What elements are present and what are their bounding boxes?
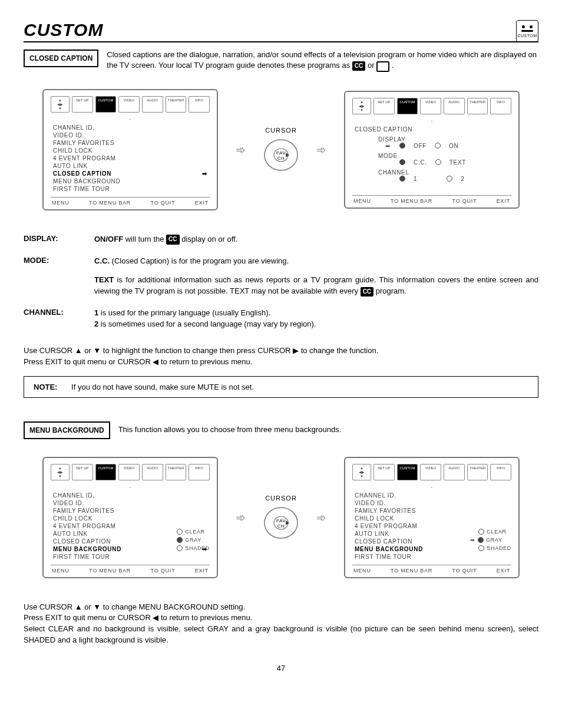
opt-gray: GRAY xyxy=(185,537,201,543)
nav-arrows-icon: ▲◀▶▼ xyxy=(51,464,70,480)
arrow-right-icon: ➡ xyxy=(385,143,391,149)
tv-icon xyxy=(376,61,389,72)
tab-video: VIDEO xyxy=(118,96,140,113)
cc-title: CLOSED CAPTION xyxy=(355,126,509,133)
note-box: NOTE: If you do not have sound, make sur… xyxy=(24,376,538,398)
tab-theater: THEATER xyxy=(166,464,187,480)
radio-icon xyxy=(478,537,484,543)
menu-item: VIDEO ID. xyxy=(53,132,207,139)
def-display-b: display on or off. xyxy=(180,235,238,243)
cc-icon: CC xyxy=(361,287,373,297)
cursor-label: CURSOR xyxy=(265,495,297,502)
cursor-pad: CURSOR FAV CH xyxy=(263,495,299,541)
intro-end: . xyxy=(392,61,394,70)
arrow-right-icon: ➡ xyxy=(470,537,475,543)
radio-icon xyxy=(435,159,441,165)
note-label: NOTE: xyxy=(34,383,57,391)
tv-screen-menubg-right: ▲◀▶▼ SET UP CUSTOM VIDEO AUDIO THEATER I… xyxy=(344,457,520,578)
tab-setup: SET UP xyxy=(72,96,93,113)
cc-icon: CC xyxy=(352,61,365,71)
menu-item: CHANNEL ID. xyxy=(53,124,207,131)
cc-channel-label: CHANNEL xyxy=(378,169,485,176)
def-display-label: DISPLAY: xyxy=(24,234,77,245)
radio-icon xyxy=(399,143,405,149)
menu-item: VIDEO ID. xyxy=(355,500,509,506)
custom-icon: CUSTOM xyxy=(516,20,538,42)
note-text: If you do not have sound, make sure MUTE… xyxy=(71,383,254,391)
section-closed-caption-heading: CLOSED CAPTION xyxy=(24,50,98,67)
def-channel-body: 1 is used for the primary language (usua… xyxy=(94,308,538,330)
footer-quit: TO QUIT xyxy=(452,198,477,204)
footer-menu: MENU xyxy=(52,568,70,574)
tv-screen-menubg-left: ▲◀▶▼ SET UP CUSTOM VIDEO AUDIO THEATER I… xyxy=(42,457,218,578)
cc-display-label: DISPLAY xyxy=(378,136,485,143)
def-mode-cc-lead: C.C. xyxy=(94,256,110,265)
radio-icon xyxy=(447,176,452,182)
footer-menu: MENU xyxy=(353,198,371,204)
menu-item: 4 EVENT PROGRAM xyxy=(53,155,207,162)
footer-menu: MENU xyxy=(353,568,371,574)
cc-mode-label: MODE xyxy=(378,153,485,159)
menu-item: CHANNEL ID. xyxy=(53,492,207,499)
footer-quit: TO QUIT xyxy=(151,200,176,206)
radio-icon xyxy=(399,176,405,182)
tab-setup: SET UP xyxy=(373,464,395,480)
cursor-pad: CURSOR FAV CH xyxy=(263,127,299,173)
tab-setup: SET UP xyxy=(72,464,93,480)
section-menu-background-heading: MENU BACKGROUND xyxy=(24,421,110,439)
tab-custom: CUSTOM xyxy=(397,98,418,114)
page-title: CUSTOM xyxy=(24,20,103,40)
def-display-a: will turn the xyxy=(123,235,166,243)
def-ch2-rest: is sometimes used for a second language … xyxy=(98,319,316,328)
menu-item: MENU BACKGROUND xyxy=(53,178,207,185)
menu-item: FIRST TIME TOUR xyxy=(355,554,509,560)
nav-arrows-icon: ▲◀▶▼ xyxy=(352,464,371,480)
def-mode-cc-rest: (Closed Caption) is for the program you … xyxy=(110,256,289,265)
def-mode-body: C.C. (Closed Caption) is for the program… xyxy=(94,256,538,298)
def-channel-label: CHANNEL: xyxy=(24,308,77,330)
menu-item: FAMILY FAVORITES xyxy=(53,508,207,514)
def-mode-text-lead: TEXT xyxy=(94,275,114,284)
cc-icon: CC xyxy=(166,235,179,245)
custom-icon-label: CUSTOM xyxy=(517,34,537,38)
radio-icon xyxy=(478,545,484,551)
tab-theater: THEATER xyxy=(467,464,488,480)
menubg-instructions: Use CURSOR ▲ or ▼ to change MENU BACKGRO… xyxy=(24,602,538,646)
tab-info: INFO xyxy=(490,98,511,114)
page-number: 47 xyxy=(24,664,538,673)
opt-cc: C.C. xyxy=(414,159,427,166)
bg-instr-c: Select CLEAR and no background is visibl… xyxy=(24,624,538,646)
menu-item: FIRST TIME TOUR xyxy=(53,186,207,192)
radio-icon xyxy=(177,537,183,543)
bg-instr-a: Use CURSOR ▲ or ▼ to change MENU BACKGRO… xyxy=(24,602,538,613)
cc-instructions: Use CURSOR ▲ or ▼ to highlight the funct… xyxy=(24,345,538,368)
menu-item: FAMILY FAVORITES xyxy=(355,508,509,514)
tab-video: VIDEO xyxy=(420,98,441,114)
tab-setup: SET UP xyxy=(373,98,395,114)
footer-exit: EXIT xyxy=(195,200,209,206)
tab-theater: THEATER xyxy=(467,98,488,114)
menu-item: FIRST TIME TOUR xyxy=(53,554,207,560)
footer-exit: EXIT xyxy=(497,198,510,204)
opt-text: TEXT xyxy=(449,159,466,166)
opt-gray: GRAY xyxy=(486,537,503,543)
menu-item: CHILD LOCK xyxy=(355,515,509,522)
cursor-ch: CH xyxy=(277,156,285,161)
opt-2: 2 xyxy=(461,176,464,182)
footer-menubar: TO MENU BAR xyxy=(391,568,432,574)
opt-1: 1 xyxy=(414,176,417,182)
tab-info: INFO xyxy=(189,464,210,480)
tv-screen-custom-menu: ▲◀▶▼ SET UP CUSTOM VIDEO AUDIO THEATER I… xyxy=(42,89,218,210)
bg-instr-b: Press EXIT to quit menu or CURSOR ◀ to r… xyxy=(24,612,538,624)
tab-audio: AUDIO xyxy=(444,464,465,480)
def-mode-label: MODE: xyxy=(24,256,77,298)
opt-shaded: SHADED xyxy=(185,545,210,551)
tab-custom: CUSTOM xyxy=(95,464,117,480)
opt-off: OFF xyxy=(414,143,427,149)
tv-screen-cc-submenu: ▲◀▶▼ SET UP CUSTOM VIDEO AUDIO THEATER I… xyxy=(344,91,520,209)
footer-menubar: TO MENU BAR xyxy=(89,200,131,206)
def-display-body: ON/OFF will turn the CC display on or of… xyxy=(94,234,538,245)
menu-item: CHANNEL ID. xyxy=(355,492,509,499)
def-mode-text-rest-b: program. xyxy=(373,286,406,295)
footer-menu: MENU xyxy=(52,200,70,206)
